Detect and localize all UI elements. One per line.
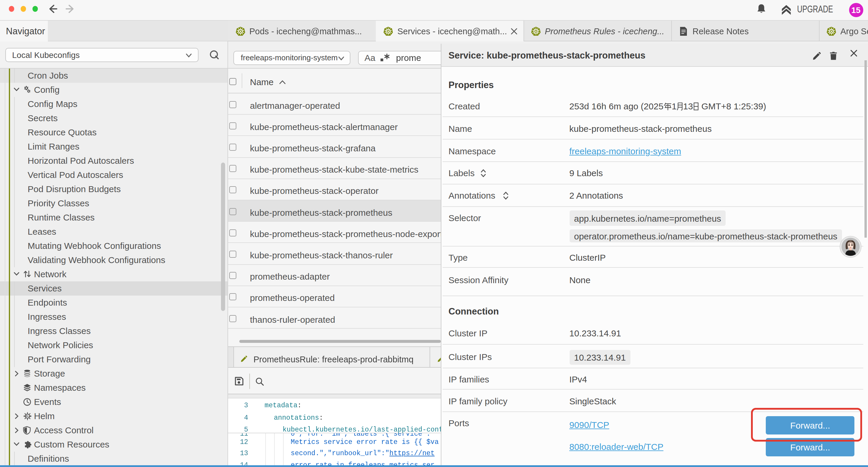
- svg-text:HELM: HELM: [24, 415, 31, 418]
